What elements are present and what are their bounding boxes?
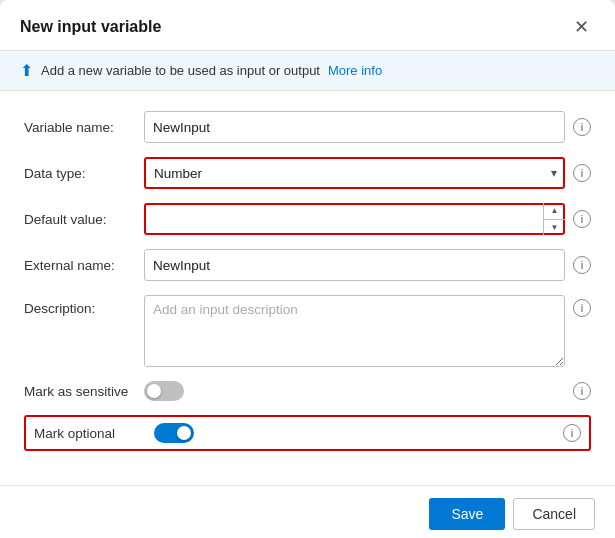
external-name-info-icon[interactable]: i <box>573 256 591 274</box>
dialog-footer: Save Cancel <box>0 485 615 538</box>
data-type-row: Data type: Number Text Boolean Date and … <box>24 157 591 189</box>
dialog-title: New input variable <box>20 18 161 36</box>
mark-optional-toggle[interactable] <box>154 423 194 443</box>
mark-sensitive-control: i <box>144 381 591 401</box>
variable-name-info-icon[interactable]: i <box>573 118 591 136</box>
default-value-input[interactable] <box>144 203 565 235</box>
default-value-info-icon[interactable]: i <box>573 210 591 228</box>
external-name-label: External name: <box>24 258 144 273</box>
mark-optional-control: i <box>154 423 581 443</box>
cancel-button[interactable]: Cancel <box>513 498 595 530</box>
sensitive-toggle-thumb <box>147 384 161 398</box>
variable-name-control: i <box>144 111 591 143</box>
dialog-body: Variable name: i Data type: Number Text … <box>0 91 615 485</box>
variable-name-row: Variable name: i <box>24 111 591 143</box>
banner-text: Add a new variable to be used as input o… <box>41 63 320 78</box>
save-button[interactable]: Save <box>429 498 505 530</box>
data-type-select[interactable]: Number Text Boolean Date and time List <box>144 157 565 189</box>
data-type-info-icon[interactable]: i <box>573 164 591 182</box>
spinbox-down-arrow[interactable]: ▼ <box>544 220 565 236</box>
dialog-header: New input variable ✕ <box>0 0 615 51</box>
description-control: i <box>144 295 591 367</box>
mark-optional-label: Mark optional <box>34 426 154 441</box>
default-value-spinbox-wrap: ▲ ▼ <box>144 203 565 235</box>
optional-toggle-track <box>154 423 194 443</box>
mark-sensitive-toggle[interactable] <box>144 381 184 401</box>
spinbox-up-arrow[interactable]: ▲ <box>544 203 565 220</box>
upload-icon: ⬆ <box>20 61 33 80</box>
external-name-row: External name: i <box>24 249 591 281</box>
optional-toggle-thumb <box>177 426 191 440</box>
mark-optional-toggle-wrap <box>154 423 194 443</box>
data-type-select-wrap: Number Text Boolean Date and time List ▾ <box>144 157 565 189</box>
more-info-link[interactable]: More info <box>328 63 382 78</box>
external-name-input[interactable] <box>144 249 565 281</box>
mark-sensitive-row: Mark as sensitive i <box>24 381 591 401</box>
description-info-icon[interactable]: i <box>573 299 591 317</box>
default-value-control: ▲ ▼ i <box>144 203 591 235</box>
description-row: Description: i <box>24 295 591 367</box>
default-value-row: Default value: ▲ ▼ i <box>24 203 591 235</box>
mark-sensitive-toggle-wrap <box>144 381 184 401</box>
info-banner: ⬆ Add a new variable to be used as input… <box>0 51 615 91</box>
description-textarea[interactable] <box>144 295 565 367</box>
data-type-label: Data type: <box>24 166 144 181</box>
mark-sensitive-info-icon[interactable]: i <box>573 382 591 400</box>
spinbox-arrows: ▲ ▼ <box>543 203 565 235</box>
data-type-control: Number Text Boolean Date and time List ▾… <box>144 157 591 189</box>
mark-sensitive-label: Mark as sensitive <box>24 384 144 399</box>
external-name-control: i <box>144 249 591 281</box>
mark-optional-row: Mark optional i <box>24 415 591 451</box>
new-input-variable-dialog: New input variable ✕ ⬆ Add a new variabl… <box>0 0 615 538</box>
variable-name-label: Variable name: <box>24 120 144 135</box>
mark-optional-info-icon[interactable]: i <box>563 424 581 442</box>
sensitive-toggle-track <box>144 381 184 401</box>
description-label: Description: <box>24 295 144 316</box>
default-value-label: Default value: <box>24 212 144 227</box>
variable-name-input[interactable] <box>144 111 565 143</box>
close-button[interactable]: ✕ <box>568 16 595 38</box>
